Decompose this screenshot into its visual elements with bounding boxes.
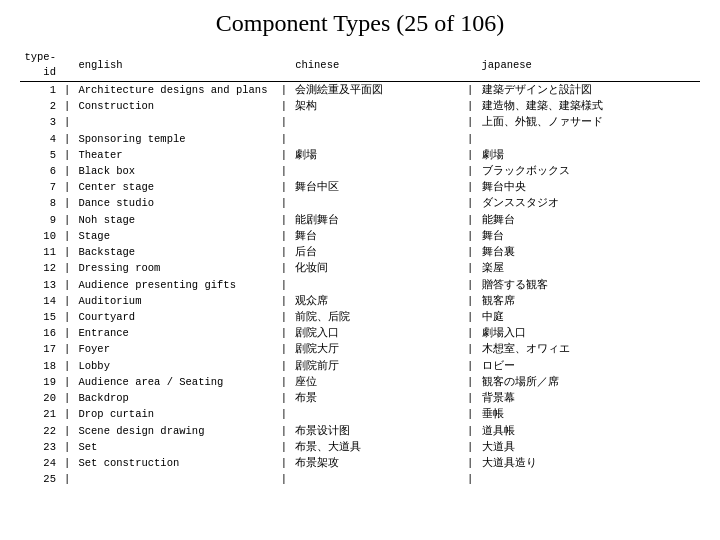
table-row: 16 | Entrance | 剧院入口 | 劇場入口 [20,326,700,342]
cell-english: Backstage [74,245,276,261]
cell-english: Audience presenting gifts [74,277,276,293]
cell-chinese [291,115,463,131]
cell-japanese: 舞台裏 [478,245,701,261]
cell-chinese: 座位 [291,374,463,390]
cell-english: Stage [74,228,276,244]
cell-japanese: ロビー [478,358,701,374]
cell-english: Center stage [74,180,276,196]
cell-japanese: 劇場 [478,147,701,163]
cell-japanese: 上面、外観、ノァサード [478,115,701,131]
cell-id: 20 [20,391,60,407]
cell-japanese: 道具帳 [478,423,701,439]
table-row: 8 | Dance studio | | ダンススタジオ [20,196,700,212]
cell-japanese: 背景幕 [478,391,701,407]
cell-chinese: 布景 [291,391,463,407]
cell-english: Sponsoring temple [74,131,276,147]
cell-chinese: 剧院入口 [291,326,463,342]
cell-id: 1 [20,82,60,99]
cell-id: 5 [20,147,60,163]
cell-chinese [291,407,463,423]
table-row: 19 | Audience area / Seating | 座位 | 観客の場… [20,374,700,390]
table-row: 10 | Stage | 舞台 | 舞台 [20,228,700,244]
col-header-english: english [74,49,276,82]
cell-id: 19 [20,374,60,390]
cell-japanese: 舞台中央 [478,180,701,196]
cell-id: 12 [20,261,60,277]
cell-id: 11 [20,245,60,261]
cell-english: Construction [74,99,276,115]
cell-id: 24 [20,455,60,471]
cell-id: 15 [20,310,60,326]
cell-id: 21 [20,407,60,423]
cell-id: 22 [20,423,60,439]
cell-english: Auditorium [74,293,276,309]
cell-english: Dressing room [74,261,276,277]
col-header-japanese: japanese [478,49,701,82]
table-row: 4 | Sponsoring temple | | [20,131,700,147]
cell-japanese: 建造物、建築、建築様式 [478,99,701,115]
cell-japanese: 楽屋 [478,261,701,277]
cell-japanese: 垂帳 [478,407,701,423]
cell-english: Set [74,439,276,455]
cell-id: 4 [20,131,60,147]
table-row: 14 | Auditorium | 观众席 | 観客席 [20,293,700,309]
table-row: 23 | Set | 布景、大道具 | 大道具 [20,439,700,455]
table-row: 20 | Backdrop | 布景 | 背景幕 [20,391,700,407]
cell-english: Architecture designs and plans [74,82,276,99]
cell-id: 17 [20,342,60,358]
cell-id: 25 [20,472,60,488]
cell-chinese: 前院、后院 [291,310,463,326]
cell-id: 2 [20,99,60,115]
col-header-id: type-id [20,49,60,82]
cell-id: 9 [20,212,60,228]
cell-japanese: 観客席 [478,293,701,309]
cell-english: Lobby [74,358,276,374]
page-title: Component Types (25 of 106) [20,10,700,37]
table-row: 6 | Black box | | ブラックボックス [20,164,700,180]
cell-chinese [291,164,463,180]
cell-english: Entrance [74,326,276,342]
cell-chinese: 剧院大厅 [291,342,463,358]
cell-id: 13 [20,277,60,293]
cell-english: Foyer [74,342,276,358]
cell-english: Theater [74,147,276,163]
cell-japanese: 木想室、オワィエ [478,342,701,358]
cell-chinese: 化妆间 [291,261,463,277]
cell-english: Noh stage [74,212,276,228]
table-row: 11 | Backstage | 后台 | 舞台裏 [20,245,700,261]
cell-chinese [291,196,463,212]
component-types-table: type-id english chinese japanese 1 | Arc… [20,49,700,488]
cell-japanese: ダンススタジオ [478,196,701,212]
col-header-chinese: chinese [291,49,463,82]
cell-japanese: 建築デザインと設計図 [478,82,701,99]
table-row: 3 | | | 上面、外観、ノァサード [20,115,700,131]
table-row: 22 | Scene design drawing | 布景设计图 | 道具帳 [20,423,700,439]
cell-chinese: 能剧舞台 [291,212,463,228]
table-row: 9 | Noh stage | 能剧舞台 | 能舞台 [20,212,700,228]
cell-id: 14 [20,293,60,309]
cell-id: 6 [20,164,60,180]
cell-english: Courtyard [74,310,276,326]
cell-chinese: 剧院前厅 [291,358,463,374]
cell-english: Scene design drawing [74,423,276,439]
cell-english [74,115,276,131]
cell-chinese: 舞台中区 [291,180,463,196]
cell-chinese: 劇場 [291,147,463,163]
cell-english: Audience area / Seating [74,374,276,390]
cell-chinese: 布景架攻 [291,455,463,471]
cell-id: 18 [20,358,60,374]
cell-chinese: 会測絵重及平面図 [291,82,463,99]
cell-chinese [291,277,463,293]
table-row: 5 | Theater | 劇場 | 劇場 [20,147,700,163]
cell-english: Drop curtain [74,407,276,423]
cell-japanese [478,131,701,147]
cell-english: Set construction [74,455,276,471]
cell-japanese: 舞台 [478,228,701,244]
cell-japanese: 大道具造り [478,455,701,471]
cell-chinese: 架构 [291,99,463,115]
cell-chinese: 舞台 [291,228,463,244]
cell-chinese [291,472,463,488]
cell-japanese: 中庭 [478,310,701,326]
cell-japanese: 贈答する観客 [478,277,701,293]
cell-japanese: 観客の場所／席 [478,374,701,390]
